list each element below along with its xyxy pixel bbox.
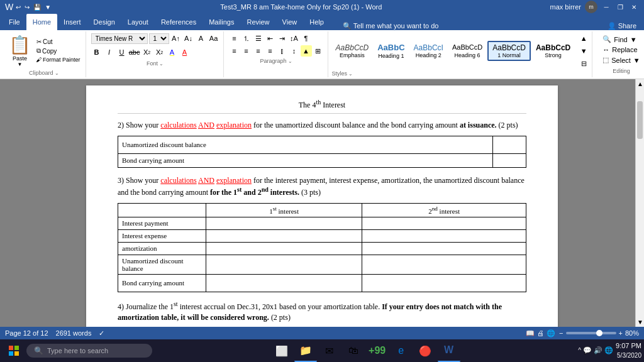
word-count[interactable]: 2691 words bbox=[56, 329, 92, 337]
mail-icon[interactable]: ✉ bbox=[318, 339, 341, 362]
select-button[interactable]: ⬚ Select ▼ bbox=[600, 55, 642, 65]
tab-mailings[interactable]: Mailings bbox=[203, 14, 240, 30]
tell-me[interactable]: 🔍 Tell me what you want to do bbox=[343, 22, 439, 30]
paste-dropdown[interactable]: ▼ bbox=[18, 62, 23, 67]
styles-scroll-up[interactable]: ▲ bbox=[578, 33, 589, 44]
chrome-icon[interactable]: 🔴 bbox=[414, 339, 436, 362]
print-layout-btn[interactable]: 🖨 bbox=[537, 329, 544, 337]
format-painter-button[interactable]: 🖌 Format Painter bbox=[35, 56, 82, 63]
style-strong[interactable]: AaBbCcD Strong bbox=[532, 42, 574, 60]
italic-btn[interactable]: I bbox=[104, 47, 115, 58]
taskview-btn[interactable]: ⬜ bbox=[270, 339, 293, 362]
bold-btn[interactable]: B bbox=[91, 47, 103, 58]
numbering-btn[interactable]: ⒈ bbox=[241, 33, 252, 44]
subscript-btn[interactable]: X2 bbox=[142, 47, 153, 58]
find-dropdown[interactable]: ▼ bbox=[630, 36, 637, 43]
calculator-icon[interactable]: +99 bbox=[366, 339, 389, 362]
highlight-btn[interactable]: A bbox=[167, 47, 178, 58]
vertical-scrollbar[interactable]: ▲ ▼ bbox=[635, 79, 644, 327]
column-btn[interactable]: ⫿ bbox=[277, 45, 288, 57]
edge-icon[interactable]: e bbox=[390, 339, 413, 362]
scroll-thumb[interactable] bbox=[637, 101, 643, 139]
tab-view[interactable]: View bbox=[276, 14, 304, 30]
decrease-font-btn[interactable]: A↓ bbox=[183, 33, 194, 44]
store-icon[interactable]: 🛍 bbox=[342, 339, 365, 362]
zoom-out-btn[interactable]: − bbox=[559, 329, 563, 337]
tab-references[interactable]: References bbox=[155, 14, 203, 30]
select-dropdown[interactable]: ▼ bbox=[633, 57, 640, 64]
sort-btn[interactable]: ↕A bbox=[289, 33, 300, 44]
paragraph-expand[interactable]: ⌄ bbox=[288, 58, 292, 64]
proofing-indicator[interactable]: ✓ bbox=[99, 329, 104, 337]
tab-home[interactable]: Home bbox=[26, 14, 57, 30]
borders-btn[interactable]: ⊞ bbox=[313, 45, 324, 57]
styles-scroll-down[interactable]: ▼ bbox=[578, 45, 589, 57]
tray-expand-icon[interactable]: ^ bbox=[578, 347, 581, 354]
font-color-btn[interactable]: A bbox=[179, 47, 191, 58]
align-right-btn[interactable]: ≡ bbox=[253, 45, 264, 57]
tab-layout[interactable]: Layout bbox=[121, 14, 155, 30]
document-page[interactable]: The 4th Interest 2) Show your calculatio… bbox=[86, 85, 558, 327]
search-input[interactable] bbox=[47, 347, 142, 354]
taskbar-search[interactable]: 🔍 bbox=[26, 344, 152, 358]
tab-insert[interactable]: Insert bbox=[57, 14, 87, 30]
read-mode-btn[interactable]: 📖 bbox=[526, 329, 535, 337]
redo-btn[interactable]: ↪ bbox=[23, 3, 31, 11]
zoom-level[interactable]: 80% bbox=[625, 329, 639, 337]
clear-format-btn[interactable]: A bbox=[196, 33, 207, 44]
minimize-btn[interactable]: ─ bbox=[601, 2, 611, 12]
style-normal[interactable]: AaBbCcD 1 Normal bbox=[487, 41, 531, 61]
volume-icon[interactable]: 🔊 bbox=[594, 346, 602, 354]
web-layout-btn[interactable]: 🌐 bbox=[547, 329, 555, 337]
style-heading1[interactable]: AaBbC Heading 1 bbox=[374, 41, 408, 60]
tab-design[interactable]: Design bbox=[87, 14, 121, 30]
tab-file[interactable]: File bbox=[3, 14, 26, 30]
share-btn[interactable]: 👤 Share bbox=[608, 22, 641, 30]
page-indicator[interactable]: Page 12 of 12 bbox=[5, 329, 48, 337]
superscript-btn[interactable]: X2 bbox=[154, 47, 165, 58]
bullets-btn[interactable]: ≡ bbox=[229, 33, 240, 44]
shading-btn[interactable]: ▲ bbox=[301, 45, 312, 57]
tab-help[interactable]: Help bbox=[303, 14, 330, 30]
scroll-up-btn[interactable]: ▲ bbox=[636, 79, 644, 89]
cut-button[interactable]: ✂ Cut bbox=[35, 38, 82, 46]
file-explorer-icon[interactable]: 📁 bbox=[294, 339, 317, 362]
clipboard-expand[interactable]: ⌄ bbox=[55, 70, 59, 76]
zoom-in-btn[interactable]: + bbox=[619, 329, 623, 337]
style-heading6[interactable]: AaBbCcD Heading 6 bbox=[448, 42, 486, 59]
style-heading2[interactable]: AaBbCcI Heading 2 bbox=[410, 42, 447, 60]
styles-expand[interactable]: ⊟ bbox=[578, 58, 589, 69]
qat-dropdown[interactable]: ▼ bbox=[43, 3, 52, 11]
underline-btn[interactable]: U bbox=[116, 47, 128, 58]
tab-review[interactable]: Review bbox=[241, 14, 276, 30]
undo-btn[interactable]: ↩ bbox=[14, 3, 22, 11]
zoom-slider[interactable] bbox=[566, 332, 616, 334]
save-btn[interactable]: 💾 bbox=[32, 3, 42, 11]
clock[interactable]: 9:07 PM 5/3/2020 bbox=[616, 341, 641, 359]
styles-expand-arrow[interactable]: ⌄ bbox=[348, 71, 353, 77]
decrease-indent-btn[interactable]: ⇤ bbox=[265, 33, 276, 44]
copy-button[interactable]: ⧉ Copy bbox=[35, 47, 82, 55]
justify-btn[interactable]: ≡ bbox=[265, 45, 276, 57]
multilevel-btn[interactable]: ☰ bbox=[253, 33, 264, 44]
scroll-down-btn[interactable]: ▼ bbox=[636, 317, 644, 327]
change-case-btn[interactable]: Aa bbox=[208, 33, 219, 44]
align-left-btn[interactable]: ≡ bbox=[229, 45, 240, 57]
show-hide-btn[interactable]: ¶ bbox=[301, 33, 312, 44]
start-button[interactable] bbox=[3, 339, 25, 362]
font-expand[interactable]: ⌄ bbox=[159, 61, 164, 67]
find-button[interactable]: 🔍 Find ▼ bbox=[600, 34, 642, 45]
close-btn[interactable]: ✕ bbox=[629, 2, 639, 12]
replace-button[interactable]: ↔ Replace bbox=[600, 45, 642, 55]
style-emphasis[interactable]: AaBbCcD Emphasis bbox=[332, 42, 373, 60]
increase-indent-btn[interactable]: ⇥ bbox=[277, 33, 288, 44]
align-center-btn[interactable]: ≡ bbox=[241, 45, 252, 57]
restore-btn[interactable]: ❐ bbox=[615, 2, 625, 12]
font-family-select[interactable]: Times New R bbox=[91, 33, 148, 44]
notification-icon[interactable]: 💬 bbox=[583, 346, 592, 354]
strikethrough-btn[interactable]: abc bbox=[129, 47, 140, 58]
font-size-select[interactable]: 11 bbox=[149, 33, 169, 44]
word-taskbar-icon[interactable]: W bbox=[438, 339, 460, 362]
increase-font-btn[interactable]: A↑ bbox=[170, 33, 182, 44]
network-icon[interactable]: 🌐 bbox=[604, 346, 613, 354]
